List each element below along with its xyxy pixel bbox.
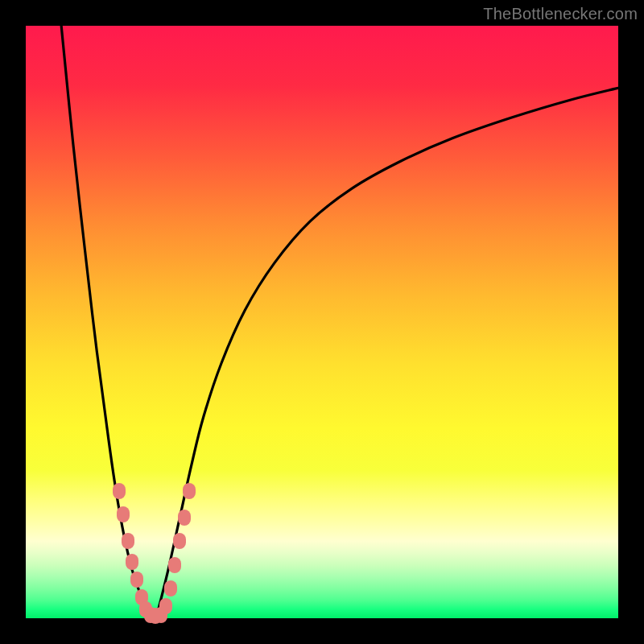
cluster-dot xyxy=(178,510,191,526)
cluster-dot xyxy=(122,533,134,549)
cluster-dot xyxy=(168,557,181,573)
cluster-dot xyxy=(130,572,143,588)
cluster-dot xyxy=(126,554,138,570)
curve-right xyxy=(156,88,618,618)
curve-layer xyxy=(26,26,618,618)
plot-area xyxy=(26,26,618,618)
curve-left xyxy=(61,26,150,618)
cluster-dot xyxy=(117,506,130,522)
chart-frame: TheBottlenecker.com xyxy=(0,0,644,644)
cluster-dot xyxy=(159,598,172,614)
cluster-dot xyxy=(183,483,196,499)
cluster-dot xyxy=(113,483,126,499)
cluster-dot xyxy=(164,580,177,597)
attribution-text: TheBottlenecker.com xyxy=(483,5,638,23)
cluster-dot xyxy=(173,533,186,549)
